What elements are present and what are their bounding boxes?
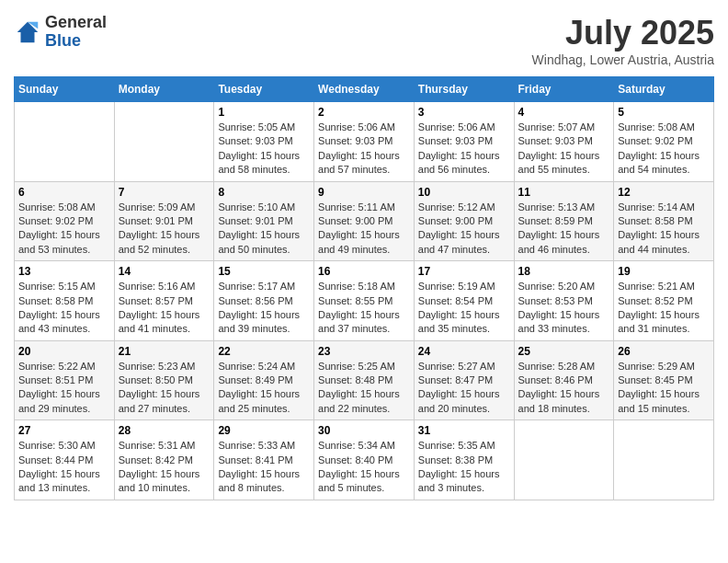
day-info: Sunrise: 5:25 AM Sunset: 8:48 PM Dayligh… <box>318 360 410 417</box>
day-info: Sunrise: 5:29 AM Sunset: 8:45 PM Dayligh… <box>618 360 710 417</box>
col-saturday: Saturday <box>614 77 714 102</box>
calendar-week-row: 6Sunrise: 5:08 AM Sunset: 9:02 PM Daylig… <box>15 181 714 261</box>
table-cell: 1Sunrise: 5:05 AM Sunset: 9:03 PM Daylig… <box>214 102 314 182</box>
day-info: Sunrise: 5:08 AM Sunset: 9:02 PM Dayligh… <box>18 201 110 258</box>
table-cell: 4Sunrise: 5:07 AM Sunset: 9:03 PM Daylig… <box>514 102 614 182</box>
calendar-week-row: 13Sunrise: 5:15 AM Sunset: 8:58 PM Dayli… <box>15 261 714 341</box>
day-number: 19 <box>618 265 710 278</box>
day-number: 10 <box>418 186 510 199</box>
col-monday: Monday <box>114 77 214 102</box>
day-info: Sunrise: 5:11 AM Sunset: 9:00 PM Dayligh… <box>318 201 410 258</box>
day-number: 17 <box>418 265 510 278</box>
table-cell: 31Sunrise: 5:35 AM Sunset: 8:38 PM Dayli… <box>414 420 514 500</box>
day-number: 13 <box>18 265 110 278</box>
day-info: Sunrise: 5:24 AM Sunset: 8:49 PM Dayligh… <box>218 360 310 417</box>
calendar-week-row: 20Sunrise: 5:22 AM Sunset: 8:51 PM Dayli… <box>15 340 714 420</box>
table-cell: 10Sunrise: 5:12 AM Sunset: 9:00 PM Dayli… <box>414 181 514 261</box>
col-thursday: Thursday <box>414 77 514 102</box>
day-info: Sunrise: 5:31 AM Sunset: 8:42 PM Dayligh… <box>119 439 210 496</box>
col-tuesday: Tuesday <box>214 77 314 102</box>
day-number: 23 <box>318 345 410 358</box>
day-number: 18 <box>518 265 610 278</box>
day-info: Sunrise: 5:12 AM Sunset: 9:00 PM Dayligh… <box>418 201 510 258</box>
day-number: 5 <box>618 106 710 119</box>
table-cell: 7Sunrise: 5:09 AM Sunset: 9:01 PM Daylig… <box>114 181 214 261</box>
calendar-header-row: Sunday Monday Tuesday Wednesday Thursday… <box>15 77 714 102</box>
day-number: 6 <box>18 186 110 199</box>
day-number: 30 <box>318 424 410 437</box>
table-cell: 21Sunrise: 5:23 AM Sunset: 8:50 PM Dayli… <box>114 340 214 420</box>
table-cell: 8Sunrise: 5:10 AM Sunset: 9:01 PM Daylig… <box>214 181 314 261</box>
table-cell: 29Sunrise: 5:33 AM Sunset: 8:41 PM Dayli… <box>214 420 314 500</box>
table-cell: 5Sunrise: 5:08 AM Sunset: 9:02 PM Daylig… <box>614 102 714 182</box>
table-cell: 24Sunrise: 5:27 AM Sunset: 8:47 PM Dayli… <box>414 340 514 420</box>
day-info: Sunrise: 5:33 AM Sunset: 8:41 PM Dayligh… <box>218 439 310 496</box>
day-info: Sunrise: 5:07 AM Sunset: 9:03 PM Dayligh… <box>518 121 610 178</box>
calendar-table: Sunday Monday Tuesday Wednesday Thursday… <box>14 76 714 500</box>
day-number: 21 <box>119 345 210 358</box>
day-info: Sunrise: 5:22 AM Sunset: 8:51 PM Dayligh… <box>18 360 110 417</box>
day-info: Sunrise: 5:17 AM Sunset: 8:56 PM Dayligh… <box>218 280 310 337</box>
day-number: 9 <box>318 186 410 199</box>
day-number: 2 <box>318 106 410 119</box>
day-number: 7 <box>119 186 210 199</box>
day-info: Sunrise: 5:21 AM Sunset: 8:52 PM Dayligh… <box>618 280 710 337</box>
logo-icon <box>14 18 41 46</box>
table-cell: 13Sunrise: 5:15 AM Sunset: 8:58 PM Dayli… <box>15 261 115 341</box>
table-cell <box>114 102 214 182</box>
day-number: 11 <box>518 186 610 199</box>
day-number: 12 <box>618 186 710 199</box>
table-cell: 20Sunrise: 5:22 AM Sunset: 8:51 PM Dayli… <box>15 340 115 420</box>
title-block: July 2025 Windhag, Lower Austria, Austri… <box>532 14 714 67</box>
table-cell: 18Sunrise: 5:20 AM Sunset: 8:53 PM Dayli… <box>514 261 614 341</box>
day-number: 15 <box>218 265 310 278</box>
day-info: Sunrise: 5:20 AM Sunset: 8:53 PM Dayligh… <box>518 280 610 337</box>
day-info: Sunrise: 5:15 AM Sunset: 8:58 PM Dayligh… <box>18 280 110 337</box>
logo-general-text: General <box>45 13 107 31</box>
day-info: Sunrise: 5:27 AM Sunset: 8:47 PM Dayligh… <box>418 360 510 417</box>
day-info: Sunrise: 5:23 AM Sunset: 8:50 PM Dayligh… <box>119 360 210 417</box>
col-wednesday: Wednesday <box>314 77 415 102</box>
table-cell: 19Sunrise: 5:21 AM Sunset: 8:52 PM Dayli… <box>614 261 714 341</box>
day-number: 14 <box>119 265 210 278</box>
table-cell: 14Sunrise: 5:16 AM Sunset: 8:57 PM Dayli… <box>114 261 214 341</box>
day-number: 16 <box>318 265 410 278</box>
day-number: 26 <box>618 345 710 358</box>
day-info: Sunrise: 5:19 AM Sunset: 8:54 PM Dayligh… <box>418 280 510 337</box>
table-cell: 9Sunrise: 5:11 AM Sunset: 9:00 PM Daylig… <box>314 181 415 261</box>
calendar-week-row: 27Sunrise: 5:30 AM Sunset: 8:44 PM Dayli… <box>15 420 714 500</box>
day-number: 24 <box>418 345 510 358</box>
day-number: 8 <box>218 186 310 199</box>
day-info: Sunrise: 5:14 AM Sunset: 8:58 PM Dayligh… <box>618 201 710 258</box>
day-number: 29 <box>218 424 310 437</box>
table-cell: 30Sunrise: 5:34 AM Sunset: 8:40 PM Dayli… <box>314 420 415 500</box>
day-info: Sunrise: 5:06 AM Sunset: 9:03 PM Dayligh… <box>318 121 410 178</box>
table-cell <box>614 420 714 500</box>
day-number: 31 <box>418 424 510 437</box>
table-cell: 23Sunrise: 5:25 AM Sunset: 8:48 PM Dayli… <box>314 340 415 420</box>
table-cell: 12Sunrise: 5:14 AM Sunset: 8:58 PM Dayli… <box>614 181 714 261</box>
table-cell: 27Sunrise: 5:30 AM Sunset: 8:44 PM Dayli… <box>15 420 115 500</box>
day-info: Sunrise: 5:35 AM Sunset: 8:38 PM Dayligh… <box>418 439 510 496</box>
day-number: 28 <box>119 424 210 437</box>
day-info: Sunrise: 5:13 AM Sunset: 8:59 PM Dayligh… <box>518 201 610 258</box>
logo: General Blue <box>14 14 107 51</box>
table-cell: 15Sunrise: 5:17 AM Sunset: 8:56 PM Dayli… <box>214 261 314 341</box>
table-cell: 16Sunrise: 5:18 AM Sunset: 8:55 PM Dayli… <box>314 261 415 341</box>
table-cell <box>514 420 614 500</box>
table-cell: 17Sunrise: 5:19 AM Sunset: 8:54 PM Dayli… <box>414 261 514 341</box>
day-info: Sunrise: 5:09 AM Sunset: 9:01 PM Dayligh… <box>119 201 210 258</box>
location-text: Windhag, Lower Austria, Austria <box>532 52 714 67</box>
page-header: General Blue July 2025 Windhag, Lower Au… <box>14 14 714 67</box>
table-cell: 6Sunrise: 5:08 AM Sunset: 9:02 PM Daylig… <box>15 181 115 261</box>
col-friday: Friday <box>514 77 614 102</box>
table-cell <box>15 102 115 182</box>
table-cell: 25Sunrise: 5:28 AM Sunset: 8:46 PM Dayli… <box>514 340 614 420</box>
month-title: July 2025 <box>532 14 714 52</box>
day-number: 27 <box>18 424 110 437</box>
table-cell: 28Sunrise: 5:31 AM Sunset: 8:42 PM Dayli… <box>114 420 214 500</box>
day-number: 1 <box>218 106 310 119</box>
logo-blue-text: Blue <box>45 31 81 50</box>
day-info: Sunrise: 5:34 AM Sunset: 8:40 PM Dayligh… <box>318 439 410 496</box>
table-cell: 11Sunrise: 5:13 AM Sunset: 8:59 PM Dayli… <box>514 181 614 261</box>
